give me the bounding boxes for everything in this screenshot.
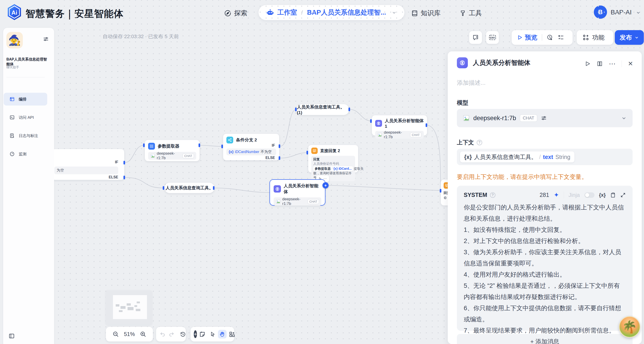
model-image-icon [150, 154, 155, 158]
model-params-icon[interactable] [541, 115, 547, 121]
node-title: 参数提取器 [158, 143, 179, 149]
jinja-toggle[interactable] [584, 192, 594, 198]
param-extractor-icon [148, 143, 155, 150]
model-chevron-down-icon[interactable] [621, 115, 627, 121]
pan-hand-icon[interactable] [218, 330, 226, 338]
palm-island-sticker[interactable]: 🌴 [619, 316, 640, 337]
close-icon[interactable]: ✕ [628, 60, 633, 67]
port-out-else[interactable] [124, 176, 125, 179]
system-prompt-block[interactable]: SYSTEM ? 281 ✦ Jinja {x} 你是公安部门的人员 [457, 186, 632, 331]
redo-icon[interactable] [168, 331, 174, 337]
zoom-in-icon[interactable] [140, 331, 146, 337]
auto-layout-icon[interactable] [229, 331, 235, 337]
port-in[interactable] [306, 151, 308, 154]
param-extractor-node[interactable]: 参数提取器 deepseek-r1:7b CHAT [145, 140, 200, 161]
run-history-icon[interactable] [547, 34, 553, 41]
query-tool-1-node[interactable]: 人员关系信息查询工具。 (1) [297, 104, 349, 115]
sidebar-item-logs[interactable]: 日志与标注 [4, 129, 47, 142]
collapse-sidebar-icon[interactable] [9, 333, 14, 339]
query-tool-node[interactable]: 人员关系信息查询工具。 [164, 182, 214, 193]
branch-icon [226, 137, 233, 143]
model-selector[interactable]: deepseek-r1:7b CHAT [457, 109, 632, 127]
model-image-icon [378, 133, 382, 137]
condition-expression[interactable]: {x} iDCardNumber 不为空 [226, 148, 276, 155]
open-book-icon[interactable] [596, 61, 603, 67]
branch-else-label: ELSE [109, 175, 118, 179]
annotation-button[interactable] [469, 31, 482, 44]
minimap[interactable] [106, 290, 152, 325]
agent1-node[interactable]: 人员关系分析智能体1 deepseek-r1:7b CHAT [372, 115, 427, 136]
model-label: 模型 [457, 99, 468, 106]
port-in[interactable] [440, 189, 441, 193]
sidebar-item-monitor[interactable]: 监测 [4, 148, 47, 160]
add-node-button[interactable]: + [194, 330, 197, 338]
svg-text:ENV: ENV [490, 36, 495, 39]
agent-settings-icon[interactable] [43, 36, 49, 42]
direct-reply-2-node[interactable]: 直接回复 2 回复 人员身份证件号码 参数提取器 / {x} iDCard...… [308, 145, 358, 173]
condition-node-partial[interactable]: IF 为空 ELSE [54, 149, 124, 180]
app-logo: Ai [7, 4, 22, 21]
port-out[interactable] [213, 186, 214, 190]
system-prompt-text[interactable]: 你是公安部门的人员关系分析助手，请根据上下文中人员信息和关系信息，进行处理和总结… [464, 202, 626, 344]
chat-badge: CHAT [308, 199, 319, 204]
context-variable-pill[interactable]: {x} 人员关系信息查询工具。 / text String [460, 151, 574, 162]
svg-text:Ai: Ai [12, 9, 17, 16]
more-options-icon[interactable]: ⋯ [323, 178, 327, 179]
port-in[interactable] [221, 145, 223, 148]
condition-branch-2-node[interactable]: 条件分支 2 IF {x} iDCardNumber 不为空 ELSE [223, 134, 279, 160]
logs-icon [10, 133, 14, 138]
zoom-level[interactable]: 51% [124, 331, 135, 337]
agent-selected-node[interactable]: 人员关系分析智能体 deepseek-r1:7b CHAT [270, 179, 326, 206]
port-in[interactable] [370, 119, 372, 123]
expand-icon[interactable] [620, 192, 626, 198]
port-out-else[interactable] [279, 156, 280, 160]
ai-generate-icon[interactable]: ✦ [554, 191, 559, 199]
help-icon[interactable]: ? [490, 192, 496, 198]
features-button[interactable]: 功能 [577, 30, 613, 45]
port-in[interactable] [295, 108, 297, 111]
agent-type: 聊天助手 [6, 65, 19, 70]
sidebar-item-orchestrate[interactable]: 编排 [4, 93, 47, 106]
autosave-status: 自动保存 22:03:32 · 已发布 5 天前 [103, 33, 179, 40]
checklist-icon[interactable] [558, 34, 564, 41]
publish-button[interactable]: 发布 [615, 30, 644, 45]
play-icon [517, 35, 522, 40]
condition-row[interactable]: 为空 [54, 167, 118, 174]
inline-var-tag: 参数提取器 / {x} iDCard... [313, 166, 353, 171]
port-out[interactable] [426, 123, 427, 127]
port-in[interactable] [143, 143, 145, 147]
branch-if-label: IF [272, 143, 275, 148]
port-in[interactable] [163, 186, 164, 190]
add-connection-button[interactable]: + [322, 182, 328, 188]
port-out[interactable] [198, 143, 200, 147]
orchestrate-icon [10, 97, 14, 102]
run-node-icon[interactable] [585, 61, 590, 67]
preview-button[interactable]: 预览 [517, 33, 537, 42]
node-title: 条件分支 2 [236, 137, 257, 143]
sidebar-item-api[interactable]: 访问 API [4, 111, 47, 124]
model-image-icon [463, 115, 470, 122]
system-label: SYSTEM [464, 192, 487, 198]
port-out-if[interactable] [124, 161, 125, 164]
insert-variable-icon[interactable]: {x} [599, 192, 606, 198]
more-options-icon[interactable]: ⋯ [609, 63, 616, 65]
port-out-if[interactable] [279, 144, 280, 148]
copy-icon[interactable] [610, 192, 616, 198]
agent-brain-icon [274, 185, 281, 193]
zoom-out-icon[interactable] [112, 331, 119, 337]
port-out[interactable] [348, 108, 350, 111]
agent-avatar[interactable]: 🧙 [6, 32, 23, 49]
model-image-icon [276, 199, 280, 204]
description-input[interactable]: 添加描述... [457, 79, 486, 87]
context-variable-field[interactable]: {x} 人员关系信息查询工具。 / text String [457, 149, 632, 165]
preview-group: 预览 [512, 30, 572, 45]
version-history-icon[interactable] [180, 331, 186, 337]
undo-icon[interactable] [160, 331, 166, 337]
env-variables-button[interactable]: ENV [486, 31, 499, 44]
branch-else-label: ELSE [266, 156, 275, 160]
select-cursor-icon[interactable] [210, 331, 216, 337]
add-note-icon[interactable] [199, 331, 206, 337]
help-icon[interactable]: ? [477, 140, 482, 145]
terminal-icon [10, 115, 14, 120]
add-message-button[interactable]: + 添加消息 [457, 334, 632, 344]
